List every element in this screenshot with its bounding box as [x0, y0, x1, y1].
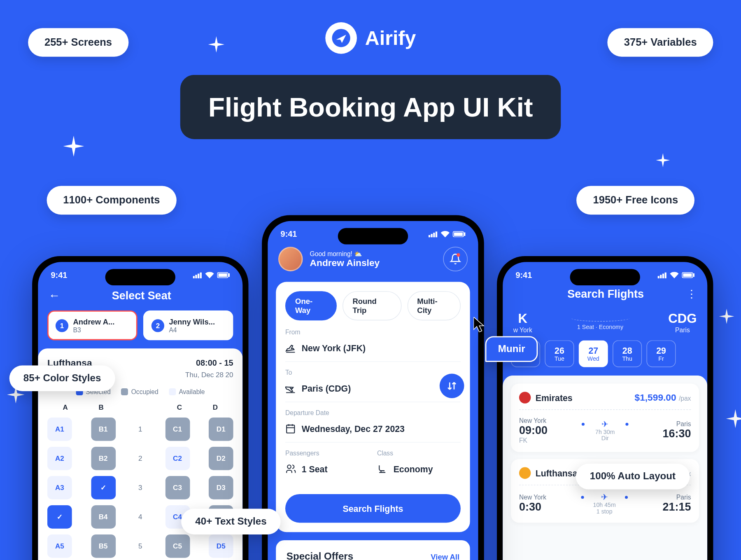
- cursor-icon: [473, 317, 486, 335]
- seat[interactable]: A3: [47, 476, 72, 499]
- seat[interactable]: ✓: [47, 505, 72, 529]
- dest-city: Paris: [668, 326, 697, 333]
- row-number: 3: [135, 483, 146, 492]
- calendar-icon: [285, 423, 296, 434]
- svg-rect-10: [433, 232, 435, 237]
- sparkle-decoration: [719, 309, 734, 324]
- logo-icon: [325, 22, 357, 54]
- passenger-seat: A4: [169, 326, 215, 333]
- status-time: 9:41: [515, 270, 532, 280]
- seat[interactable]: A5: [47, 534, 72, 558]
- search-form-card: One-Way Round Trip Multi-City From New Y…: [276, 282, 470, 532]
- passenger-tab-1[interactable]: 1 Andrew A... B3: [47, 310, 137, 340]
- seat-icon: [377, 464, 388, 474]
- route-summary: 1 Seat · Economy: [571, 314, 629, 330]
- search-flights-button[interactable]: Search Flights: [285, 494, 461, 523]
- phone-search-results: 9:41 Search Flights ⋮ K w York 1 Seat · …: [497, 256, 713, 560]
- sparkle-decoration: [656, 153, 670, 167]
- user-avatar[interactable]: [278, 247, 303, 271]
- svg-rect-7: [228, 273, 230, 276]
- seat[interactable]: C5: [165, 534, 190, 558]
- cursor-user-tag: Munir: [485, 336, 538, 362]
- departure-label: Departure Date: [285, 409, 461, 416]
- seat[interactable]: A1: [47, 418, 72, 441]
- svg-rect-14: [464, 232, 465, 235]
- date-chip[interactable]: 29Fr: [647, 340, 676, 367]
- seat[interactable]: D5: [209, 534, 233, 558]
- to-field[interactable]: To Paris (CDG): [285, 369, 461, 402]
- from-label: From: [285, 329, 461, 336]
- passenger-number: 2: [151, 319, 164, 332]
- date-chip[interactable]: 28Thu: [613, 340, 642, 367]
- seat[interactable]: D3: [209, 476, 233, 499]
- seat[interactable]: C1: [165, 418, 190, 441]
- status-icons: [658, 270, 694, 280]
- class-label: Class: [377, 450, 461, 457]
- svg-rect-18: [660, 275, 662, 278]
- status-icons: [429, 229, 465, 239]
- view-all-link[interactable]: View All: [431, 552, 459, 560]
- more-button[interactable]: ⋮: [686, 288, 697, 301]
- passengers-field[interactable]: Passengers 1 Seat: [285, 450, 369, 483]
- passenger-name: Jenny Wils...: [169, 317, 215, 326]
- sparkle-decoration: [63, 135, 84, 156]
- date-chip[interactable]: 27Wed: [579, 340, 608, 367]
- svg-rect-20: [665, 272, 666, 278]
- badge-screens: 255+ Screens: [28, 28, 128, 57]
- date-chip[interactable]: 26Tue: [545, 340, 574, 367]
- passenger-number: 1: [56, 319, 68, 332]
- departure-field[interactable]: Departure Date Wednesday, Dec 27 2023: [285, 409, 461, 443]
- screen-title: Search Flights: [525, 288, 686, 301]
- passenger-tab-2[interactable]: 2 Jenny Wils... A4: [143, 310, 233, 340]
- back-button[interactable]: ←: [49, 289, 60, 302]
- swap-button[interactable]: [440, 373, 464, 398]
- passenger-seat: B3: [73, 326, 115, 333]
- user-name: Andrew Ainsley: [310, 258, 380, 268]
- seat[interactable]: D1: [209, 418, 233, 441]
- seat[interactable]: B1: [91, 418, 116, 441]
- status-icons: [193, 270, 230, 280]
- svg-rect-22: [683, 273, 692, 276]
- svg-rect-19: [662, 273, 664, 278]
- row-number: 5: [135, 542, 146, 550]
- seat[interactable]: A2: [47, 447, 72, 470]
- row-number: 4: [135, 513, 146, 521]
- departure-value: Wednesday, Dec 27 2023: [302, 424, 405, 434]
- seat[interactable]: C3: [165, 476, 190, 499]
- to-label: To: [285, 369, 461, 376]
- svg-point-16: [287, 465, 291, 469]
- svg-rect-15: [287, 425, 294, 433]
- svg-rect-2: [195, 275, 197, 278]
- from-field[interactable]: From New York (JFK): [285, 329, 461, 362]
- screen-title: Select Seat: [68, 289, 214, 302]
- notifications-button[interactable]: [443, 247, 468, 271]
- plane-landing-icon: [285, 383, 296, 394]
- phone-home: 9:41 Good morning! ⛅ Andrew Ainsley One-…: [262, 215, 484, 560]
- svg-rect-3: [198, 273, 199, 278]
- status-time: 9:41: [281, 229, 297, 239]
- seat[interactable]: C2: [165, 447, 190, 470]
- origin-city: w York: [513, 326, 532, 333]
- to-value: Paris (CDG): [302, 383, 351, 393]
- main-title: Flight Booking App UI Kit: [180, 75, 561, 139]
- trip-tab-roundtrip[interactable]: Round Trip: [343, 291, 401, 320]
- seat[interactable]: B4: [91, 505, 116, 529]
- row-number: 1: [135, 425, 146, 433]
- seat[interactable]: B2: [91, 447, 116, 470]
- origin-code: K: [513, 311, 532, 326]
- flight-date: Thu, Dec 28 20: [185, 371, 233, 379]
- trip-tab-multicity[interactable]: Multi-City: [407, 291, 461, 320]
- seat[interactable]: D2: [209, 447, 233, 470]
- class-field[interactable]: Class Economy: [377, 450, 461, 483]
- flight-card[interactable]: Emirates$1,599.00 /paxNew York09:00FK✈7h…: [511, 384, 699, 452]
- class-value: Economy: [394, 464, 433, 474]
- plane-takeoff-icon: [285, 343, 296, 353]
- seat[interactable]: ✓: [91, 476, 116, 499]
- status-time: 9:41: [51, 270, 68, 280]
- brand-logo: Airify: [325, 22, 416, 54]
- svg-rect-17: [658, 276, 659, 278]
- seat[interactable]: B5: [91, 534, 116, 558]
- trip-tab-oneway[interactable]: One-Way: [285, 291, 337, 320]
- flight-time: 08:00 - 15: [196, 358, 233, 369]
- passengers-value: 1 Seat: [302, 464, 328, 474]
